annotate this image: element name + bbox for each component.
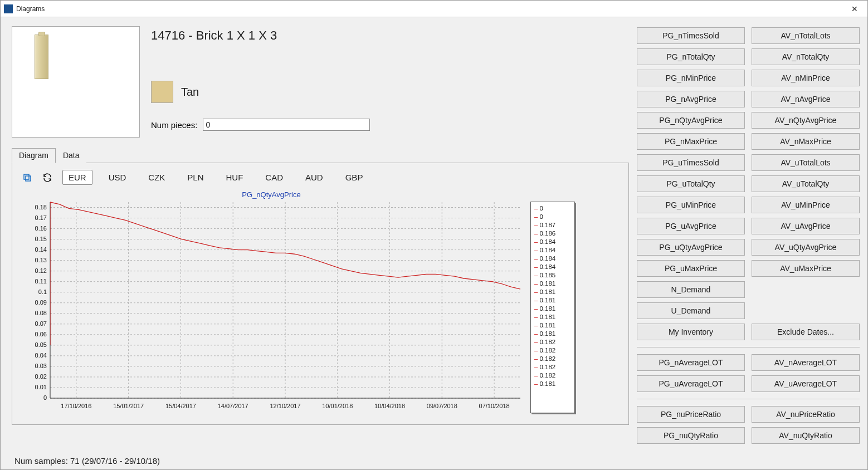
currency-czk[interactable]: CZK bbox=[142, 170, 171, 185]
chart-area: PG_nQtyAvgPrice 00.010.020.030.040.050.0… bbox=[18, 190, 525, 415]
legend-value: –0.181 bbox=[534, 296, 571, 305]
chart-toolbar: EURUSDCZKPLNHUFCADAUDGBP bbox=[18, 169, 623, 190]
svg-text:0.14: 0.14 bbox=[35, 246, 47, 253]
svg-text:0.09: 0.09 bbox=[35, 299, 47, 306]
currency-usd[interactable]: USD bbox=[103, 170, 133, 185]
metric-pg-utimessold[interactable]: PG_uTimesSold bbox=[637, 154, 745, 171]
metric-pg-uavgprice[interactable]: PG_uAvgPrice bbox=[637, 218, 745, 234]
brick-image bbox=[35, 35, 48, 79]
currency-aud[interactable]: AUD bbox=[299, 170, 329, 185]
metric-av-nminprice[interactable]: AV_nMinPrice bbox=[752, 70, 860, 86]
legend-value: –0 bbox=[534, 213, 571, 221]
svg-text:0.02: 0.02 bbox=[35, 373, 47, 380]
svg-text:17/10/2016: 17/10/2016 bbox=[61, 403, 91, 409]
chart-title: PG_nQtyAvgPrice bbox=[18, 190, 525, 199]
svg-text:0: 0 bbox=[43, 394, 47, 401]
metric-pg-nmaxprice[interactable]: PG_nMaxPrice bbox=[637, 133, 745, 150]
metric-av-utotalqty[interactable]: AV_uTotalQty bbox=[752, 175, 860, 192]
svg-text:10/01/2018: 10/01/2018 bbox=[322, 403, 353, 409]
metric-av-utotallots[interactable]: AV_uTotalLots bbox=[752, 154, 860, 171]
metric-pg-utotalqty[interactable]: PG_uTotalQty bbox=[637, 175, 745, 192]
part-thumbnail bbox=[12, 26, 140, 138]
legend-value: –0.181 bbox=[534, 321, 571, 330]
metric-u-demand[interactable]: U_Demand bbox=[637, 302, 745, 319]
currency-cad[interactable]: CAD bbox=[259, 170, 289, 185]
metric-av-umaxprice[interactable]: AV_uMaxPrice bbox=[752, 260, 860, 277]
window-title: Diagrams bbox=[16, 5, 842, 13]
metric-exclude-dates-[interactable]: Exclude Dates... bbox=[752, 324, 860, 340]
tab-diagram[interactable]: Diagram bbox=[12, 148, 56, 163]
tab-data[interactable]: Data bbox=[56, 148, 87, 163]
metric-av-ntotalqty[interactable]: AV_nTotalQty bbox=[752, 48, 860, 65]
metric-n-demand[interactable]: N_Demand bbox=[637, 281, 745, 298]
svg-rect-0 bbox=[26, 176, 31, 181]
svg-text:0.11: 0.11 bbox=[35, 278, 47, 285]
metric-pg-naveragelot[interactable]: PG_nAverageLOT bbox=[637, 354, 745, 371]
metric-av-uqtyavgprice[interactable]: AV_uQtyAvgPrice bbox=[752, 239, 860, 256]
svg-rect-1 bbox=[24, 174, 29, 179]
metric-pg-nminprice[interactable]: PG_nMinPrice bbox=[637, 70, 745, 86]
metric-av-navgprice[interactable]: AV_nAvgPrice bbox=[752, 91, 860, 107]
tab-strip: Diagram Data bbox=[12, 148, 629, 163]
value-list: –0–0–0.187–0.186–0.184–0.184–0.184–0.184… bbox=[530, 202, 575, 413]
legend-value: –0.181 bbox=[534, 305, 571, 313]
metric-pg-uaveragelot[interactable]: PG_uAverageLOT bbox=[637, 375, 745, 392]
legend-value: –0.184 bbox=[534, 254, 571, 263]
close-icon[interactable]: ✕ bbox=[842, 1, 867, 17]
svg-text:09/07/2018: 09/07/2018 bbox=[427, 403, 457, 409]
svg-text:15/04/2017: 15/04/2017 bbox=[165, 403, 196, 409]
metric-pg-nuqtyratio[interactable]: PG_nuQtyRatio bbox=[637, 427, 745, 444]
metric-av-nmaxprice[interactable]: AV_nMaxPrice bbox=[752, 133, 860, 150]
svg-text:0.16: 0.16 bbox=[35, 225, 47, 232]
metric-av-nuqtyratio[interactable]: AV_nuQtyRatio bbox=[752, 427, 860, 444]
legend-value: –0.182 bbox=[534, 338, 571, 346]
svg-text:12/10/2017: 12/10/2017 bbox=[270, 403, 300, 409]
metric-pg-uqtyavgprice[interactable]: PG_uQtyAvgPrice bbox=[637, 239, 745, 256]
metric-av-uminprice[interactable]: AV_uMinPrice bbox=[752, 197, 860, 213]
svg-text:10/04/2018: 10/04/2018 bbox=[374, 403, 405, 409]
legend-value: –0.182 bbox=[534, 371, 571, 380]
metric-my-inventory[interactable]: My Inventory bbox=[637, 324, 745, 340]
titlebar: Diagrams ✕ bbox=[1, 1, 867, 17]
legend-value: –0.181 bbox=[534, 280, 571, 288]
metric-av-uaveragelot[interactable]: AV_uAverageLOT bbox=[752, 375, 860, 392]
metric-pg-uminprice[interactable]: PG_uMinPrice bbox=[637, 197, 745, 213]
metric-av-nupriceratio[interactable]: AV_nuPriceRatio bbox=[752, 406, 860, 423]
window: Diagrams ✕ 14716 - Brick 1 X 1 X 3 Tan N… bbox=[0, 0, 868, 470]
currency-eur[interactable]: EUR bbox=[62, 170, 92, 185]
metric-pg-umaxprice[interactable]: PG_uMaxPrice bbox=[637, 260, 745, 277]
metric-pg-navgprice[interactable]: PG_nAvgPrice bbox=[637, 91, 745, 107]
metric-pg-nqtyavgprice[interactable]: PG_nQtyAvgPrice bbox=[637, 112, 745, 129]
metric-pg-ntimessold[interactable]: PG_nTimesSold bbox=[637, 27, 745, 44]
currency-pln[interactable]: PLN bbox=[181, 170, 209, 185]
svg-text:0.15: 0.15 bbox=[35, 236, 47, 242]
svg-text:0.03: 0.03 bbox=[35, 363, 47, 369]
svg-text:0.1: 0.1 bbox=[38, 288, 47, 295]
legend-value: –0.186 bbox=[534, 229, 571, 238]
metric-buttons-column: PG_nTimesSoldAV_nTotalLotsPG_nTotalQtyAV… bbox=[637, 26, 860, 466]
tab-body-diagram: EURUSDCZKPLNHUFCADAUDGBP PG_nQtyAvgPrice… bbox=[12, 163, 629, 425]
currency-gbp[interactable]: GBP bbox=[339, 170, 369, 185]
metric-av-uavgprice[interactable]: AV_uAvgPrice bbox=[752, 218, 860, 234]
legend-value: –0.187 bbox=[534, 221, 571, 229]
refresh-icon[interactable] bbox=[42, 173, 52, 183]
svg-text:0.07: 0.07 bbox=[35, 320, 47, 327]
metric-av-nqtyavgprice[interactable]: AV_nQtyAvgPrice bbox=[752, 112, 860, 129]
svg-text:0.18: 0.18 bbox=[35, 204, 47, 210]
num-pieces-input[interactable] bbox=[203, 119, 370, 131]
metric-pg-ntotalqty[interactable]: PG_nTotalQty bbox=[637, 48, 745, 65]
color-swatch bbox=[151, 81, 173, 103]
legend-value: –0.181 bbox=[534, 380, 571, 388]
legend-value: –0.184 bbox=[534, 238, 571, 246]
legend-value: –0.184 bbox=[534, 246, 571, 254]
svg-text:15/01/2017: 15/01/2017 bbox=[113, 403, 144, 409]
svg-text:0.04: 0.04 bbox=[35, 352, 47, 359]
metric-pg-nupriceratio[interactable]: PG_nuPriceRatio bbox=[637, 406, 745, 423]
legend-value: –0.181 bbox=[534, 288, 571, 296]
metric-av-naveragelot[interactable]: AV_nAverageLOT bbox=[752, 354, 860, 371]
copy-icon[interactable] bbox=[22, 173, 32, 183]
currency-huf[interactable]: HUF bbox=[220, 170, 250, 185]
metric-av-ntotallots[interactable]: AV_nTotalLots bbox=[752, 27, 860, 44]
legend-value: –0.182 bbox=[534, 363, 571, 371]
color-name: Tan bbox=[181, 86, 199, 99]
